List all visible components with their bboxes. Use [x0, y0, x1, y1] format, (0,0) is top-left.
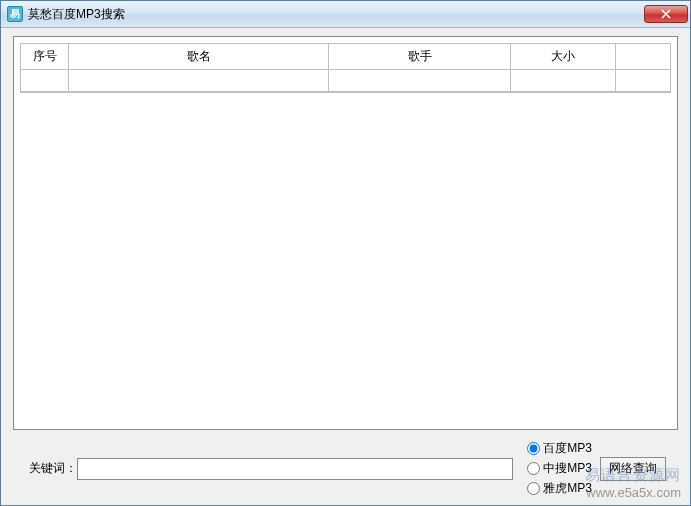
keyword-input[interactable]: [77, 458, 513, 480]
results-panel: 序号 歌名 歌手 大小: [13, 36, 678, 430]
results-table[interactable]: 序号 歌名 歌手 大小: [20, 43, 671, 93]
window-title: 莫愁百度MP3搜索: [28, 6, 644, 23]
cell-artist: [329, 70, 511, 92]
client-area: 序号 歌名 歌手 大小 关键词：: [1, 28, 690, 505]
radio-baidu-input[interactable]: [527, 442, 540, 455]
cell-size: [511, 70, 616, 92]
radio-yahoo[interactable]: 雅虎MP3: [527, 480, 592, 497]
col-spacer: [616, 44, 670, 70]
col-name[interactable]: 歌名: [69, 44, 329, 70]
table-row[interactable]: [21, 70, 670, 92]
cell-name: [69, 70, 329, 92]
radio-zhongsou[interactable]: 中搜MP3: [527, 460, 592, 477]
titlebar[interactable]: 易 莫愁百度MP3搜索: [1, 1, 690, 28]
radio-baidu[interactable]: 百度MP3: [527, 440, 592, 457]
close-button[interactable]: [644, 5, 688, 23]
keyword-label: 关键词：: [17, 460, 77, 477]
radio-baidu-label: 百度MP3: [543, 440, 592, 457]
radio-yahoo-label: 雅虎MP3: [543, 480, 592, 497]
col-size[interactable]: 大小: [511, 44, 616, 70]
col-seq[interactable]: 序号: [21, 44, 69, 70]
radio-yahoo-input[interactable]: [527, 482, 540, 495]
query-button[interactable]: 网络查询: [600, 457, 666, 481]
close-icon: [661, 9, 671, 19]
source-radio-group: 百度MP3 中搜MP3 雅虎MP3: [527, 440, 592, 497]
app-icon: 易: [7, 6, 23, 22]
app-window: 易 莫愁百度MP3搜索 序号 歌名 歌手 大小: [0, 0, 691, 506]
col-artist[interactable]: 歌手: [329, 44, 511, 70]
table-empty-area: [20, 93, 671, 423]
footer-bar: 关键词： 百度MP3 中搜MP3 雅虎MP3 网络查询: [13, 430, 678, 499]
table-header: 序号 歌名 歌手 大小: [21, 44, 670, 70]
cell-seq: [21, 70, 69, 92]
radio-zhongsou-label: 中搜MP3: [543, 460, 592, 477]
radio-zhongsou-input[interactable]: [527, 462, 540, 475]
cell-spacer: [616, 70, 670, 92]
